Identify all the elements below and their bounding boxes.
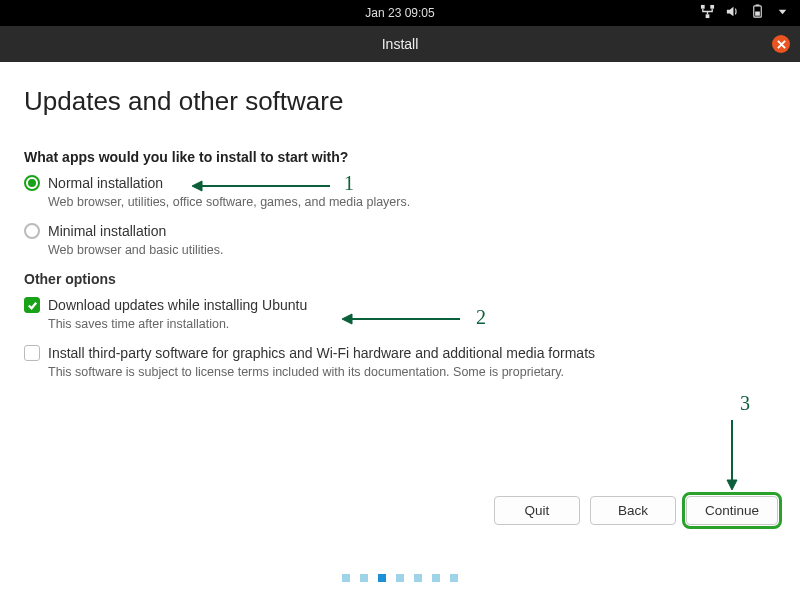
network-icon[interactable] [700,4,715,22]
annotation-arrow-1 [192,180,332,192]
annotation-number-2: 2 [476,306,486,329]
dot [432,574,440,582]
checkbox-icon [24,297,40,313]
installer-content: Updates and other software What apps wou… [0,62,800,379]
checkbox-download-updates[interactable]: Download updates while installing Ubuntu [24,297,776,313]
annotation-number-1: 1 [344,172,354,195]
page-heading: Updates and other software [24,86,776,117]
radio-icon [24,223,40,239]
dot [396,574,404,582]
radio-minimal-installation[interactable]: Minimal installation [24,223,776,239]
apps-question: What apps would you like to install to s… [24,149,776,165]
svg-marker-7 [192,181,202,191]
other-options-label: Other options [24,271,776,287]
radio-normal-installation[interactable]: Normal installation [24,175,776,191]
back-button[interactable]: Back [590,496,676,525]
dot [414,574,422,582]
dot [342,574,350,582]
radio-icon [24,175,40,191]
window-title: Install [382,36,419,52]
window-titlebar: Install [0,26,800,62]
svg-rect-4 [756,4,760,5]
svg-marker-9 [342,314,352,324]
progress-dots [0,574,800,582]
svg-rect-2 [706,14,710,18]
svg-rect-1 [710,5,714,9]
dot [450,574,458,582]
radio-label: Normal installation [48,175,163,191]
checkbox-thirdparty[interactable]: Install third-party software for graphic… [24,345,776,361]
quit-button[interactable]: Quit [494,496,580,525]
topbar-datetime: Jan 23 09:05 [365,6,434,20]
thirdparty-desc: This software is subject to license term… [48,365,776,379]
continue-button[interactable]: Continue [686,496,778,525]
svg-marker-11 [727,480,737,490]
volume-icon[interactable] [725,4,740,22]
button-row: Quit Back Continue [494,496,778,525]
svg-rect-0 [701,5,705,9]
checkbox-label: Download updates while installing Ubuntu [48,297,307,313]
normal-desc: Web browser, utilities, office software,… [48,195,776,209]
battery-icon[interactable] [750,4,765,22]
annotation-number-3: 3 [740,392,750,415]
close-button[interactable] [772,35,790,53]
radio-label: Minimal installation [48,223,166,239]
annotation-arrow-2 [342,313,462,325]
checkbox-icon [24,345,40,361]
system-tray [700,0,790,26]
annotation-arrow-3 [726,418,738,490]
checkbox-label: Install third-party software for graphic… [48,345,595,361]
dot-active [378,574,386,582]
svg-rect-5 [755,12,760,16]
dot [360,574,368,582]
system-topbar: Jan 23 09:05 [0,0,800,26]
minimal-desc: Web browser and basic utilities. [48,243,776,257]
close-icon [777,40,786,49]
power-icon[interactable] [775,4,790,22]
